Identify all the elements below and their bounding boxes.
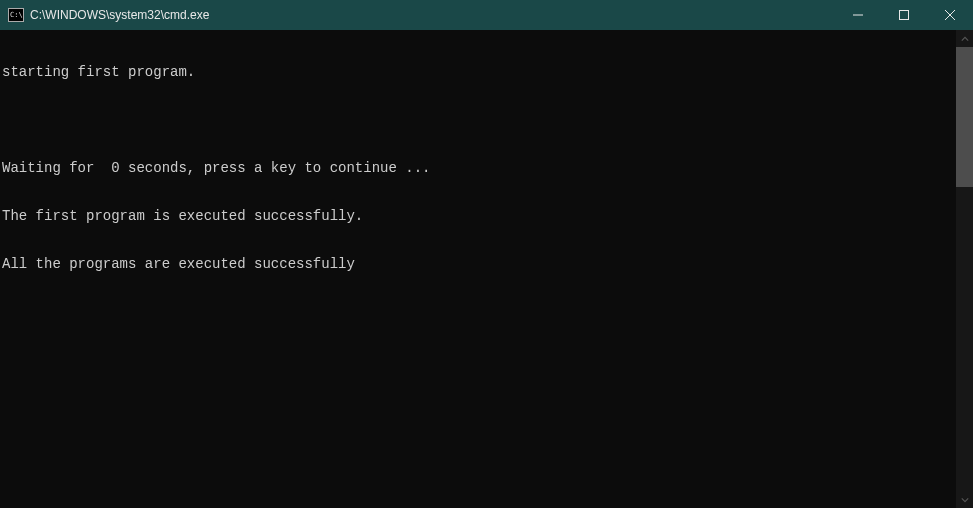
minimize-button[interactable] bbox=[835, 0, 881, 30]
titlebar-left: C:\ C:\WINDOWS\system32\cmd.exe bbox=[0, 8, 209, 22]
terminal-line bbox=[2, 112, 956, 128]
svg-rect-1 bbox=[900, 11, 909, 20]
minimize-icon bbox=[853, 10, 863, 20]
close-icon bbox=[945, 10, 955, 20]
terminal-line: The first program is executed successful… bbox=[2, 208, 956, 224]
terminal-area: starting first program. Waiting for 0 se… bbox=[0, 30, 973, 508]
scroll-down-button[interactable] bbox=[956, 491, 973, 508]
terminal-output[interactable]: starting first program. Waiting for 0 se… bbox=[0, 30, 956, 508]
cmd-icon-text: C:\ bbox=[9, 12, 23, 19]
window-title: C:\WINDOWS\system32\cmd.exe bbox=[30, 8, 209, 22]
maximize-button[interactable] bbox=[881, 0, 927, 30]
close-button[interactable] bbox=[927, 0, 973, 30]
window-controls bbox=[835, 0, 973, 30]
chevron-up-icon bbox=[961, 35, 969, 43]
maximize-icon bbox=[899, 10, 909, 20]
window-titlebar: C:\ C:\WINDOWS\system32\cmd.exe bbox=[0, 0, 973, 30]
scroll-track[interactable] bbox=[956, 47, 973, 491]
terminal-line: All the programs are executed successful… bbox=[2, 256, 956, 272]
chevron-down-icon bbox=[961, 496, 969, 504]
cmd-icon: C:\ bbox=[8, 8, 24, 22]
terminal-line: Waiting for 0 seconds, press a key to co… bbox=[2, 160, 956, 176]
scroll-thumb[interactable] bbox=[956, 47, 973, 187]
scroll-up-button[interactable] bbox=[956, 30, 973, 47]
vertical-scrollbar[interactable] bbox=[956, 30, 973, 508]
terminal-line: starting first program. bbox=[2, 64, 956, 80]
